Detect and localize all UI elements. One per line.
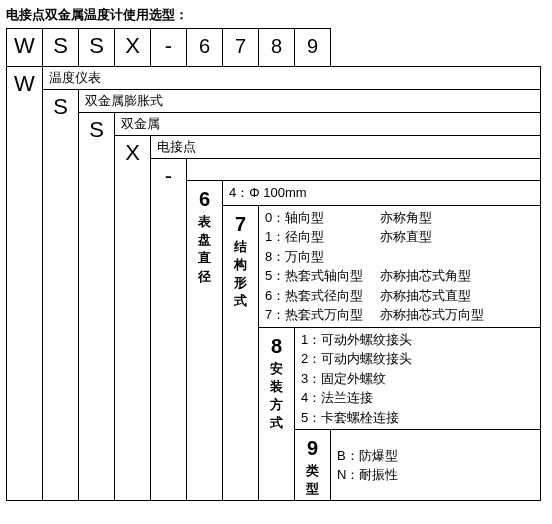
- code-pos-4: X: [115, 29, 151, 67]
- digit9-code-label: 9 类 型: [295, 430, 331, 501]
- code-pos-6: 6: [187, 29, 223, 67]
- level-desc-s2: 双金属: [115, 113, 541, 136]
- level-code-dash: -: [151, 159, 187, 501]
- digit7-opt: 0：轴向型亦称角型: [265, 208, 536, 228]
- selection-table: W S S X - 6 7 8 9 W 温度仪表 S 双金属膨胀式 S 双金属 …: [6, 28, 541, 501]
- code-pos-3: S: [79, 29, 115, 67]
- digit8-label-0: 安: [263, 360, 290, 378]
- digit9-code: 9: [299, 434, 326, 462]
- digit8-label-1: 装: [263, 378, 290, 396]
- code-row: W S S X - 6 7 8 9: [7, 29, 541, 67]
- digit9-desc: B：防爆型 N：耐振性: [331, 430, 541, 501]
- digit7-opt: 8：万向型: [265, 247, 536, 267]
- code-pos-8: 8: [259, 29, 295, 67]
- digit7-opt: 7：热套式万向型亦称抽芯式万向型: [265, 305, 536, 325]
- digit7-opt: 1：径向型亦称直型: [265, 227, 536, 247]
- digit6-label-3: 径: [191, 268, 218, 286]
- level-desc-x: 电接点: [151, 136, 541, 159]
- level-code-s1: S: [43, 90, 79, 501]
- digit8-opt: 5：卡套螺栓连接: [301, 408, 536, 428]
- digit8-desc: 1：可动外螺纹接头 2：可动内螺纹接头 3：固定外螺纹 4：法兰连接 5：卡套螺…: [295, 327, 541, 430]
- digit6-label-0: 表: [191, 213, 218, 231]
- digit8-opt: 1：可动外螺纹接头: [301, 330, 536, 350]
- digit6-opt: 4：Φ 100mm: [229, 183, 536, 203]
- digit7-label-3: 式: [227, 292, 254, 310]
- level-row-s2: S 双金属: [7, 113, 541, 136]
- level-code-x: X: [115, 136, 151, 501]
- digit8-code-label: 8 安 装 方 式: [259, 327, 295, 501]
- level-desc-w: 温度仪表: [43, 67, 541, 90]
- code-pos-9: 9: [295, 29, 331, 67]
- digit9-opt: B：防爆型: [337, 446, 536, 466]
- digit8-opt: 4：法兰连接: [301, 388, 536, 408]
- digit9-label-0: 类: [299, 462, 326, 480]
- digit6-desc: 4：Φ 100mm: [223, 181, 541, 206]
- digit8-code: 8: [263, 332, 290, 360]
- digit7-code-label: 7 结 构 形 式: [223, 205, 259, 501]
- digit7-label-1: 构: [227, 256, 254, 274]
- digit6-code-label: 6 表 盘 直 径: [187, 181, 223, 501]
- level-row-s1: S 双金属膨胀式: [7, 90, 541, 113]
- digit7-label-2: 形: [227, 274, 254, 292]
- digit9-label-1: 型: [299, 480, 326, 498]
- level-desc-dash: [187, 159, 541, 181]
- level-code-w: W: [7, 67, 43, 501]
- digit7-opt: 6：热套式径向型亦称抽芯式直型: [265, 286, 536, 306]
- code-pos-5: -: [151, 29, 187, 67]
- digit6-code: 6: [191, 185, 218, 213]
- digit7-code: 7: [227, 210, 254, 238]
- code-pos-7: 7: [223, 29, 259, 67]
- digit8-opt: 2：可动内螺纹接头: [301, 349, 536, 369]
- digit8-label-2: 方: [263, 396, 290, 414]
- digit6-label-2: 直: [191, 249, 218, 267]
- digit7-label-0: 结: [227, 238, 254, 256]
- page-title: 电接点双金属温度计使用选型：: [6, 6, 546, 24]
- level-row-w: W 温度仪表: [7, 67, 541, 90]
- digit7-desc: 0：轴向型亦称角型 1：径向型亦称直型 8：万向型 5：热套式轴向型亦称抽芯式角…: [259, 205, 541, 327]
- level-desc-s1: 双金属膨胀式: [79, 90, 541, 113]
- code-pos-1: W: [7, 29, 43, 67]
- digit8-opt: 3：固定外螺纹: [301, 369, 536, 389]
- digit8-label-3: 式: [263, 414, 290, 432]
- code-pos-2: S: [43, 29, 79, 67]
- digit9-opt: N：耐振性: [337, 465, 536, 485]
- level-code-s2: S: [79, 113, 115, 501]
- digit6-label-1: 盘: [191, 231, 218, 249]
- digit7-opt: 5：热套式轴向型亦称抽芯式角型: [265, 266, 536, 286]
